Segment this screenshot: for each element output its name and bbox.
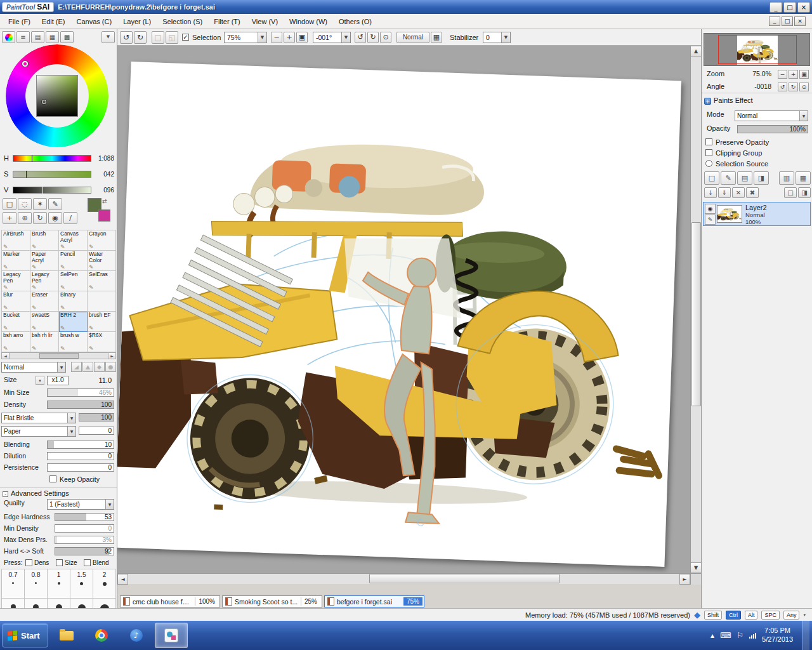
layer-extra1-icon[interactable]: □ [784, 187, 797, 198]
new-layer-icon[interactable]: □ [704, 171, 719, 185]
tool-grid-scrollbar[interactable]: ◄ ► [1, 352, 116, 359]
new-lineart-layer-icon[interactable]: ✎ [721, 171, 736, 185]
saturation-value-square[interactable] [36, 75, 78, 117]
scroll-up-icon[interactable]: ▲ [691, 46, 701, 56]
new-layer-set-icon[interactable]: ▤ [737, 171, 752, 185]
press-blend-checkbox[interactable] [84, 559, 91, 566]
menu-file[interactable]: File (F) [3, 15, 36, 28]
tool-cell-selected[interactable]: BRH 2✎ [59, 312, 88, 332]
quality-dropdown[interactable]: 1 (Fastest) ▼ [47, 499, 114, 510]
nav-zoom-out-icon[interactable]: − [778, 70, 787, 79]
scratchpad-toggle-button[interactable]: ▩ [60, 31, 74, 43]
color-panel-menu-button[interactable]: ▼ [102, 31, 115, 43]
preserve-opacity-checkbox[interactable] [705, 138, 712, 145]
layer-row-selected[interactable]: ◉ ✎ Layer2 Normal 100% [703, 202, 811, 226]
tool-cell[interactable]: Paper Acryl✎ [30, 251, 59, 271]
tray-expand-icon[interactable]: ▴ [710, 631, 714, 640]
doc-restore-button[interactable]: □ [782, 17, 793, 26]
nav-rotate-cw-icon[interactable]: ↻ [789, 83, 798, 91]
advanced-settings-header[interactable]: -Advanced Settings [0, 488, 117, 498]
size-preset[interactable]: 1.5 [70, 569, 93, 599]
layer-opacity-slider[interactable]: 100% [737, 125, 808, 133]
clear-layer-icon[interactable]: ✕ [732, 187, 745, 198]
clock[interactable]: 7:05 PM 5/27/2013 [762, 627, 793, 644]
texture1-strength-slider[interactable]: 100 [79, 413, 114, 421]
size-preset[interactable] [48, 599, 70, 608]
swap-colors-icon[interactable]: ⇄ [102, 198, 107, 204]
zoom-tool-icon[interactable]: ⊕ [18, 212, 32, 224]
doc-tab[interactable]: cmc club house fer... 100% [120, 595, 220, 607]
magic-wand-icon[interactable]: ✶ [33, 198, 47, 210]
tool-cell[interactable]: Bucket✎ [2, 312, 30, 332]
menu-selection[interactable]: Selection (S) [157, 15, 208, 28]
doc-minimize-button[interactable]: _ [769, 17, 780, 26]
taskbar-chrome-button[interactable] [85, 623, 118, 648]
taskbar-explorer-button[interactable] [50, 623, 83, 648]
size-preset[interactable]: 2 [93, 569, 116, 599]
brush-tip-triangle-icon[interactable]: ▲ [82, 362, 93, 372]
hue-bars-toggle-button[interactable]: ≡ [16, 31, 30, 43]
tray-flag-icon[interactable]: ⚐ [737, 631, 743, 640]
rotate-ccw-icon[interactable]: ↺ [355, 32, 366, 43]
grid-view-icon[interactable]: ▦ [431, 32, 442, 43]
marquee-tool-icon[interactable]: □ [3, 198, 16, 210]
texture2-strength-slider[interactable]: 0 [79, 427, 114, 435]
scroll-left-icon[interactable]: ◄ [2, 353, 10, 359]
vertical-scrollbar[interactable]: ▲ ▼ [690, 46, 701, 573]
paints-effect-header[interactable]: +Paints Effect [702, 96, 812, 107]
press-dens-checkbox[interactable] [25, 559, 32, 566]
saturation-slider[interactable] [13, 171, 91, 178]
tool-cell[interactable]: Canvas Acryl✎ [59, 230, 88, 251]
tool-cell[interactable]: AirBrush✎ [2, 230, 30, 251]
layer-special1-icon[interactable]: ▥ [779, 171, 794, 185]
secondary-color-swatch[interactable] [98, 209, 110, 222]
layer-mode-dropdown[interactable]: Normal ▼ [735, 110, 808, 121]
tool-cell[interactable]: Eraser✎ [30, 291, 59, 312]
tool-cell[interactable]: SelEras✎ [88, 271, 116, 291]
layer-visibility-eye-icon[interactable]: ◉ [705, 204, 716, 214]
tool-cell[interactable]: SelPen✎ [59, 271, 88, 291]
max-dens-slider[interactable]: 3% [55, 536, 114, 544]
titlebar[interactable]: PaintTool SAI E:\TEHFURREH\ponydraw.2\be… [0, 0, 812, 14]
brush-tip-flat-icon[interactable]: ◢ [71, 362, 82, 372]
deselect-icon[interactable]: □ [152, 31, 164, 44]
angle-combo[interactable]: -001° ▼ [313, 32, 351, 43]
pen-tool-icon[interactable]: ✎ [48, 198, 62, 210]
move-tool-icon[interactable]: + [3, 212, 16, 224]
start-button[interactable]: Start [2, 623, 48, 647]
keep-opacity-checkbox[interactable] [49, 475, 56, 482]
layer-mask-icon[interactable]: ◨ [754, 171, 769, 185]
menu-others[interactable]: Others (O) [333, 15, 377, 28]
taskbar-itunes-button[interactable]: ♪ [120, 623, 153, 648]
scroll-right-icon[interactable]: ► [108, 353, 115, 359]
size-preset[interactable]: 0.7 [2, 569, 25, 599]
value-slider[interactable] [13, 187, 91, 194]
doc-tab-active[interactable]: befgore i forget.sai 75% [324, 595, 424, 607]
menu-window[interactable]: Window (W) [284, 15, 333, 28]
vertical-scroll-thumb[interactable] [691, 222, 701, 406]
menu-view[interactable]: View (V) [246, 15, 284, 28]
tool-cell[interactable]: Marker✎ [2, 251, 30, 271]
hue-slider[interactable] [13, 155, 91, 162]
canvas[interactable] [117, 62, 681, 567]
menu-canvas[interactable]: Canvas (C) [71, 15, 118, 28]
stabilizer-combo[interactable]: 0 ▼ [483, 32, 511, 43]
tool-cell[interactable]: Binary✎ [59, 291, 88, 312]
density-slider[interactable]: 100 [47, 401, 114, 409]
tool-cell[interactable]: bsh rh lir✎ [30, 332, 59, 352]
size-preset[interactable]: 1 [48, 569, 70, 599]
canvas-viewport[interactable]: ▲ ▼ [117, 46, 701, 573]
scroll-right-icon[interactable]: ► [679, 574, 690, 585]
tool-cell[interactable]: Water Color✎ [88, 251, 116, 271]
scroll-left-icon[interactable]: ◄ [117, 574, 128, 585]
navigator-view-rect[interactable] [718, 35, 797, 64]
lasso-tool-icon[interactable]: ◌ [18, 198, 32, 210]
close-button[interactable]: × [797, 2, 810, 13]
scroll-down-icon[interactable]: ▼ [691, 562, 701, 573]
tool-cell[interactable]: Crayon✎ [88, 230, 116, 251]
rgb-sliders-toggle-button[interactable]: ▤ [31, 31, 44, 43]
rotate-cw-icon[interactable]: ↻ [367, 32, 379, 43]
hue-ring-marker[interactable] [22, 61, 28, 67]
selection-source-radio[interactable] [705, 160, 712, 167]
brush-texture1-dropdown[interactable]: Flat Bristle ▼ [1, 413, 76, 423]
